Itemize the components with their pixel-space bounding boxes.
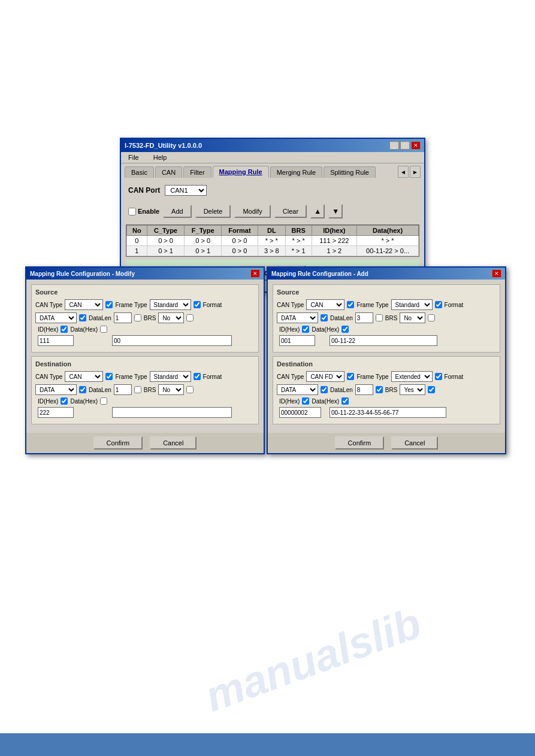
menu-help[interactable]: Help bbox=[151, 153, 170, 162]
add-button[interactable]: Add bbox=[163, 205, 192, 218]
add-dst-data-check[interactable] bbox=[341, 397, 349, 405]
modify-close-button[interactable]: ✕ bbox=[250, 269, 260, 278]
tab-prev-button[interactable]: ◄ bbox=[398, 166, 409, 178]
add-dst-format-check[interactable] bbox=[321, 386, 328, 393]
modify-src-can-type-select[interactable]: CANCAN FD bbox=[65, 299, 103, 310]
modify-dst-data-input[interactable] bbox=[112, 407, 232, 418]
add-src-data-check[interactable] bbox=[341, 326, 349, 333]
enable-checkbox[interactable] bbox=[128, 208, 136, 215]
add-dst-data-label: Data(Hex) bbox=[312, 398, 339, 405]
maximize-button[interactable]: □ bbox=[400, 141, 410, 150]
tab-merging-rule[interactable]: Merging Rule bbox=[270, 166, 322, 178]
modify-src-format-select[interactable]: DATAREMOTE bbox=[35, 312, 77, 323]
modify-src-data-input[interactable] bbox=[112, 335, 232, 346]
modify-dst-datalen-input[interactable] bbox=[114, 384, 132, 395]
close-button[interactable]: ✕ bbox=[411, 141, 421, 150]
modify-dst-datalen-check[interactable] bbox=[134, 386, 141, 393]
move-down-button[interactable]: ▼ bbox=[328, 204, 343, 218]
modify-dst-brs-check[interactable] bbox=[186, 386, 194, 393]
add-dst-datalen-input[interactable] bbox=[355, 384, 373, 395]
modify-dest-label: Destination bbox=[35, 360, 255, 368]
add-src-frame-type-check[interactable] bbox=[435, 301, 442, 308]
modify-src-id-check[interactable] bbox=[61, 326, 68, 333]
table-row[interactable]: 1 0 > 1 0 > 1 0 > 0 3 > 8 * > 1 1 > 2 00… bbox=[127, 246, 419, 256]
col-brs: BRS bbox=[285, 226, 312, 236]
modify-src-brs-select[interactable]: NoYes bbox=[158, 312, 184, 323]
add-close-button[interactable]: ✕ bbox=[492, 269, 501, 278]
modify-dest-section: Destination CAN Type CANCAN FD Frame Typ… bbox=[31, 356, 259, 424]
add-dst-brs-select[interactable]: NoYes bbox=[400, 384, 425, 395]
tab-filter[interactable]: Filter bbox=[183, 166, 211, 178]
modify-confirm-button[interactable]: Confirm bbox=[93, 436, 143, 450]
add-src-brs-check[interactable] bbox=[428, 314, 435, 321]
add-src-id-input[interactable] bbox=[279, 335, 315, 346]
modify-src-can-type-check[interactable] bbox=[105, 301, 113, 308]
modify-dst-frame-type-label: Frame Type bbox=[115, 374, 147, 380]
modify-src-frame-type-check[interactable] bbox=[194, 301, 201, 308]
menu-file[interactable]: File bbox=[126, 153, 141, 162]
add-cancel-button[interactable]: Cancel bbox=[391, 436, 438, 450]
add-source-section: Source CAN Type CANCAN FD Frame Type Sta… bbox=[273, 284, 500, 353]
add-dst-data-input[interactable] bbox=[330, 407, 446, 418]
tab-next-button[interactable]: ► bbox=[410, 166, 421, 178]
add-dst-can-type-select[interactable]: CANCAN FD bbox=[306, 371, 344, 382]
modify-dst-can-type-select[interactable]: CANCAN FD bbox=[65, 371, 103, 382]
add-dst-frame-type-select[interactable]: StandardExtended bbox=[391, 371, 433, 382]
add-dst-format-select[interactable]: DATAREMOTE bbox=[277, 384, 318, 395]
cell-brs: * > 1 bbox=[285, 246, 312, 256]
modify-src-format-check[interactable] bbox=[79, 314, 86, 321]
modify-dst-frame-type-select[interactable]: StandardExtended bbox=[150, 371, 191, 382]
add-src-format-select[interactable]: DATAREMOTE bbox=[277, 312, 318, 323]
add-src-format-check[interactable] bbox=[321, 314, 328, 321]
add-src-can-type-check[interactable] bbox=[347, 301, 354, 308]
add-dst-datalen-check[interactable] bbox=[376, 386, 383, 393]
table-row[interactable]: 0 0 > 0 0 > 0 0 > 0 * > * * > * 111 > 22… bbox=[127, 236, 419, 246]
modify-cancel-button[interactable]: Cancel bbox=[150, 436, 197, 450]
minimize-button[interactable]: _ bbox=[389, 141, 399, 150]
add-dialog-titlebar: Mapping Rule Configuration - Add ✕ bbox=[268, 268, 505, 280]
modify-dst-can-type-check[interactable] bbox=[105, 373, 113, 380]
add-src-datalen-check[interactable] bbox=[376, 314, 383, 321]
add-src-frame-type-select[interactable]: StandardExtended bbox=[391, 299, 433, 310]
add-dst-frame-type-check[interactable] bbox=[435, 373, 442, 380]
add-src-can-type-select[interactable]: CANCAN FD bbox=[306, 299, 344, 310]
add-src-brs-select[interactable]: NoYes bbox=[400, 312, 425, 323]
add-dst-brs-check[interactable] bbox=[428, 386, 435, 393]
add-dst-can-type-check[interactable] bbox=[347, 373, 354, 380]
modify-src-frame-type-select[interactable]: StandardExtended bbox=[150, 299, 191, 310]
tab-splitting-rule[interactable]: Splitting Rule bbox=[324, 166, 376, 178]
tab-mapping-rule[interactable]: Mapping Rule bbox=[213, 166, 269, 178]
tab-can[interactable]: CAN bbox=[155, 166, 182, 178]
window-controls: _ □ ✕ bbox=[389, 141, 421, 150]
can-port-label: CAN Port bbox=[128, 186, 160, 195]
modify-dst-format-check[interactable] bbox=[79, 386, 86, 393]
add-src-datalen-label: DataLen bbox=[330, 315, 353, 321]
move-up-button[interactable]: ▲ bbox=[310, 204, 325, 218]
add-src-id-check[interactable] bbox=[302, 326, 309, 333]
modify-src-data-check[interactable] bbox=[100, 326, 107, 333]
add-src-data-input[interactable] bbox=[330, 335, 437, 346]
mapping-table-container: No C_Type F_Type Format DL BRS ID(hex) D… bbox=[126, 224, 419, 257]
modify-dst-format-select[interactable]: DATAREMOTE bbox=[35, 384, 77, 395]
add-source-label: Source bbox=[277, 289, 496, 296]
modify-dst-frame-type-check[interactable] bbox=[194, 373, 201, 380]
modify-dst-id-row: ID(Hex) Data(Hex) bbox=[35, 397, 255, 405]
modify-src-datalen-check[interactable] bbox=[134, 314, 141, 321]
modify-dst-id-input[interactable] bbox=[38, 407, 74, 418]
modify-button[interactable]: Modify bbox=[234, 205, 270, 218]
modify-src-brs-check[interactable] bbox=[186, 314, 194, 321]
add-dst-id-check[interactable] bbox=[302, 397, 309, 405]
can-port-select[interactable]: CAN1 CAN2 bbox=[165, 185, 207, 196]
add-src-datalen-input[interactable] bbox=[355, 312, 373, 323]
add-dst-id-input[interactable] bbox=[279, 407, 321, 418]
add-confirm-button[interactable]: Confirm bbox=[335, 436, 385, 450]
modify-dst-id-check[interactable] bbox=[61, 397, 68, 405]
clear-button[interactable]: Clear bbox=[274, 205, 307, 218]
delete-button[interactable]: Delete bbox=[195, 205, 231, 218]
tab-basic[interactable]: Basic bbox=[125, 166, 154, 178]
modify-dst-brs-select[interactable]: NoYes bbox=[158, 384, 184, 395]
modify-src-datalen-input[interactable]: 1 bbox=[114, 312, 132, 323]
modify-dst-data-check[interactable] bbox=[100, 397, 107, 405]
col-c-type: C_Type bbox=[147, 226, 185, 236]
modify-src-id-input[interactable] bbox=[38, 335, 74, 346]
